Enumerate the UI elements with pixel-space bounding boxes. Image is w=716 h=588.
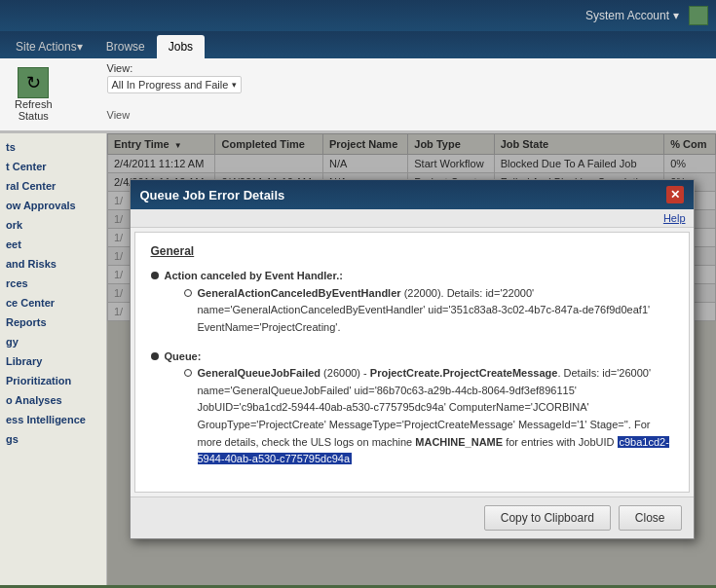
ribbon: Site Actions ▾ Browse Jobs ↻ RefreshStat…: [0, 31, 716, 133]
system-account[interactable]: System Account ▾: [585, 6, 708, 25]
top-bar: System Account ▾: [0, 0, 716, 31]
ribbon-group-view: View: All In Progress and Faile ▾ View: [107, 62, 243, 121]
sidebar-header-ce-center[interactable]: ce Center: [0, 293, 106, 311]
tab-jobs[interactable]: Jobs: [157, 35, 205, 58]
sidebar-section-ow-approvals: ow Approvals: [0, 196, 106, 213]
bullet-empty-2-icon: [184, 366, 192, 377]
view-dropdown[interactable]: All In Progress and Faile ▾: [107, 76, 243, 93]
sidebar-header-center[interactable]: t Center: [0, 157, 106, 174]
action-canceled-label: Action canceled by Event Handler.:: [165, 270, 343, 281]
sidebar-header-prioritization[interactable]: Prioritization: [0, 371, 106, 388]
table-area: Entry Time ▼ Completed Time Project Name…: [107, 133, 716, 585]
bullet-empty-icon: [184, 286, 192, 297]
tab-site-actions[interactable]: Site Actions ▾: [4, 35, 94, 58]
sidebar-section-eet: eet: [0, 235, 106, 252]
sidebar-section-risks: and Risks: [0, 254, 106, 272]
sidebar-header-risks[interactable]: and Risks: [0, 254, 106, 272]
sidebar-section-library: Library: [0, 351, 106, 369]
queue-detail-text: (26000) - ProjectCreate.ProjectCreateMes…: [198, 367, 669, 464]
sidebar-section-gs: gs: [0, 429, 106, 447]
bullet-filled-2-icon: [151, 349, 159, 360]
sidebar-header-intelligence[interactable]: ess Intelligence: [0, 410, 106, 427]
action-sub-items: GeneralActionCanceledByEventHandler (220…: [184, 285, 673, 337]
help-link[interactable]: Help: [663, 212, 686, 224]
action-canceled-item: Action canceled by Event Handler.: Gener…: [151, 268, 673, 342]
queue-failed-item: GeneralQueueJobFailed (26000) - ProjectC…: [184, 365, 673, 468]
queue-failed-detail: GeneralQueueJobFailed (26000) - ProjectC…: [198, 365, 673, 468]
sidebar-section-gy: gy: [0, 332, 106, 349]
sidebar-header-library[interactable]: Library: [0, 351, 106, 369]
action-handler-bold: GeneralActionCanceledByEventHandler: [198, 287, 401, 299]
refresh-status-button[interactable]: ↻ RefreshStatus: [8, 62, 59, 127]
sidebar-section-prioritization: Prioritization: [0, 371, 106, 388]
sidebar-section-center: t Center: [0, 157, 106, 174]
sidebar-header-ow-approvals[interactable]: ow Approvals: [0, 196, 106, 213]
sidebar-header-gs[interactable]: gs: [0, 429, 106, 447]
sidebar-section-rces: rces: [0, 274, 106, 291]
sidebar-header-reports[interactable]: Reports: [0, 312, 106, 330]
sidebar-header-gy[interactable]: gy: [0, 332, 106, 349]
user-icon: [689, 6, 708, 25]
close-button[interactable]: Close: [619, 505, 682, 531]
dialog-section-title: General: [151, 244, 673, 258]
dropdown-arrow-icon: ▾: [232, 80, 237, 90]
dialog-title: Queue Job Error Details: [140, 188, 285, 202]
queue-text: Queue: GeneralQueueJobFailed (260: [165, 349, 673, 474]
close-x-button[interactable]: ✕: [666, 186, 684, 203]
sidebar-header-analyses[interactable]: o Analyses: [0, 390, 106, 408]
system-account-label: System Account: [585, 9, 669, 22]
sidebar-section-ce-center: ce Center: [0, 293, 106, 311]
sidebar-header-ork[interactable]: ork: [0, 215, 106, 233]
sidebar-section-reports: Reports: [0, 312, 106, 330]
view-value: All In Progress and Faile: [112, 79, 229, 91]
queue-item: Queue: GeneralQueueJobFailed (260: [151, 349, 673, 474]
action-handler-item: GeneralActionCanceledByEventHandler (220…: [184, 285, 673, 337]
sidebar-header-rces[interactable]: rces: [0, 274, 106, 291]
ribbon-tabs: Site Actions ▾ Browse Jobs: [0, 31, 716, 58]
refresh-icon: ↻: [18, 67, 49, 98]
dialog-title-bar: Queue Job Error Details ✕: [131, 180, 694, 209]
queue-bold: GeneralQueueJobFailed: [198, 367, 321, 379]
ribbon-content: ↻ RefreshStatus View: All In Progress an…: [0, 58, 716, 132]
sidebar-header-ral-center[interactable]: ral Center: [0, 176, 106, 194]
system-account-dropdown-arrow: ▾: [673, 9, 679, 22]
tab-browse[interactable]: Browse: [94, 35, 157, 58]
dialog-footer: Copy to Clipboard Close: [131, 496, 694, 538]
sidebar-section-ts: ts: [0, 137, 106, 155]
queue-label: Queue:: [165, 350, 202, 362]
sidebar-header-eet[interactable]: eet: [0, 235, 106, 252]
sidebar-header-ts[interactable]: ts: [0, 137, 106, 155]
bullet-filled-icon: [151, 269, 159, 279]
queue-job-error-dialog: Queue Job Error Details ✕ Help General: [130, 179, 695, 539]
copy-to-clipboard-button[interactable]: Copy to Clipboard: [484, 505, 611, 531]
main-content: ts t Center ral Center ow Approvals ork …: [0, 133, 716, 585]
dialog-overlay: Queue Job Error Details ✕ Help General: [107, 133, 716, 585]
sidebar-section-intelligence: ess Intelligence: [0, 410, 106, 427]
sidebar-section-ral-center: ral Center: [0, 176, 106, 194]
action-handler-detail: GeneralActionCanceledByEventHandler (220…: [198, 285, 673, 337]
sidebar: ts t Center ral Center ow Approvals ork …: [0, 133, 107, 585]
ribbon-group-refresh: ↻ RefreshStatus: [8, 62, 59, 127]
action-canceled-text: Action canceled by Event Handler.: Gener…: [165, 268, 673, 342]
dialog-body: General Action canceled by Event Handler…: [134, 232, 690, 493]
sidebar-section-analyses: o Analyses: [0, 390, 106, 408]
sidebar-section-ork: ork: [0, 215, 106, 233]
queue-sub-items: GeneralQueueJobFailed (26000) - ProjectC…: [184, 365, 673, 468]
view-label: View:: [107, 62, 133, 74]
dialog-help-bar: Help: [131, 209, 694, 228]
dialog-content: Action canceled by Event Handler.: Gener…: [151, 268, 673, 474]
group-label-view: View: [107, 93, 131, 121]
refresh-label: RefreshStatus: [15, 98, 53, 122]
